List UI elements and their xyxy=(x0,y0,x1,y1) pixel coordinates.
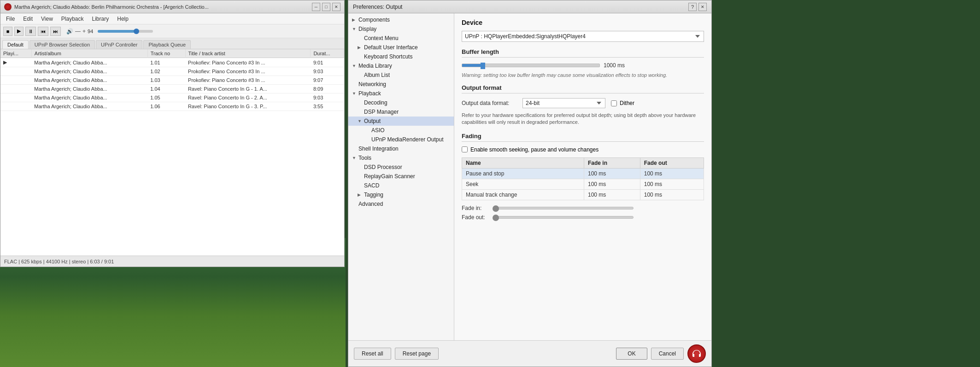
tree-item-tools[interactable]: ▼ Tools xyxy=(348,153,454,163)
row-title: Prokofiev: Piano Concerto #3 In ... xyxy=(185,58,311,67)
fading-check-row: Enable smooth seeking, pause and volume … xyxy=(462,146,704,153)
menu-playback[interactable]: Playback xyxy=(58,15,88,23)
prefs-title: Preferences: Output xyxy=(353,4,402,10)
pause-button[interactable]: ⏸ xyxy=(25,27,36,36)
buffer-slider[interactable] xyxy=(462,64,600,67)
fading-row[interactable]: Manual track change 100 ms 100 ms xyxy=(462,189,704,200)
dither-checkbox[interactable] xyxy=(611,100,617,106)
row-title: Ravel: Piano Concerto In G - 3. P... xyxy=(185,102,311,111)
fade-in-row: Fade in: xyxy=(462,205,704,211)
fading-row-name: Manual track change xyxy=(462,189,584,200)
playing-indicator: ▶ xyxy=(0,58,31,67)
tree-panel: ▶ Components ▼ Display Context Menu ▶ De… xyxy=(348,13,454,340)
prefs-close-button[interactable]: ✕ xyxy=(698,3,707,11)
cancel-button[interactable]: Cancel xyxy=(651,348,684,360)
fade-out-slider[interactable] xyxy=(495,216,634,219)
headphone-logo xyxy=(687,344,706,363)
fading-row-fadein: 100 ms xyxy=(584,179,640,189)
playing-indicator xyxy=(0,76,31,85)
tree-item-label: Tagging xyxy=(364,192,383,198)
prev-button[interactable]: ⏮ xyxy=(38,27,48,36)
fading-row[interactable]: Pause and stop 100 ms 100 ms xyxy=(462,168,704,179)
menu-view[interactable]: View xyxy=(37,15,57,23)
tab-playback-queue[interactable]: Playback Queue xyxy=(143,40,191,49)
tree-item-sacd[interactable]: SACD xyxy=(348,181,454,190)
tree-item-display[interactable]: ▼ Display xyxy=(348,24,454,34)
reset-all-button[interactable]: Reset all xyxy=(354,348,391,360)
fade-in-label: Fade in: xyxy=(462,205,492,211)
tree-item-album-list[interactable]: Album List xyxy=(348,70,454,80)
tree-item-output[interactable]: ▼ Output xyxy=(348,117,454,126)
buffer-container: 1000 ms Warning: setting too low buffer … xyxy=(462,62,704,78)
table-row[interactable]: Martha Argerich; Claudio Abba... 1.06 Ra… xyxy=(0,102,344,111)
menu-edit[interactable]: Edit xyxy=(19,15,36,23)
tree-expand-icon: ▶ xyxy=(358,192,362,197)
reset-page-button[interactable]: Reset page xyxy=(395,348,439,360)
tree-item-components[interactable]: ▶ Components xyxy=(348,15,454,24)
tree-item-tagging[interactable]: ▶ Tagging xyxy=(348,190,454,199)
stop-button[interactable]: ■ xyxy=(3,27,12,36)
close-button[interactable]: ✕ xyxy=(332,3,340,11)
tree-item-keyboard-shortcuts[interactable]: Keyboard Shortcuts xyxy=(348,52,454,61)
tree-item-shell-integration[interactable]: Shell Integration xyxy=(348,144,454,153)
tree-item-label: Output xyxy=(364,118,381,124)
buffer-slider-row: 1000 ms xyxy=(462,62,704,69)
seek-bar[interactable] xyxy=(98,30,153,33)
tab-upnp-browser[interactable]: UPnP Browser Selection xyxy=(29,40,95,49)
tree-item-networking[interactable]: Networking xyxy=(348,80,454,89)
tabs-bar: Default UPnP Browser Selection UPnP Cont… xyxy=(0,38,344,49)
tree-item-asio[interactable]: ASIO xyxy=(348,126,454,135)
prefs-body: ▶ Components ▼ Display Context Menu ▶ De… xyxy=(348,13,711,340)
play-button[interactable]: ▶ xyxy=(14,27,23,36)
maximize-button[interactable]: □ xyxy=(322,3,330,11)
format-select[interactable]: 16-bit24-bit32-bit xyxy=(522,98,605,108)
dither-row: Dither xyxy=(611,100,634,106)
fade-in-slider[interactable] xyxy=(495,207,634,210)
fading-row-fadeout: 100 ms xyxy=(640,168,704,179)
tree-item-dsp-manager[interactable]: DSP Manager xyxy=(348,107,454,117)
table-row[interactable]: Martha Argerich; Claudio Abba... 1.02 Pr… xyxy=(0,67,344,76)
format-help: Refer to your hardware specifications fo… xyxy=(462,112,704,126)
prefs-help-button[interactable]: ? xyxy=(688,3,697,11)
seek-thumb xyxy=(134,29,139,34)
player-window: Martha Argerich; Claudio Abbado: Berlin … xyxy=(0,0,345,267)
tree-item-default-user-interface[interactable]: ▶ Default User Interface xyxy=(348,43,454,52)
tree-item-label: ASIO xyxy=(371,127,385,134)
tree-item-advanced[interactable]: Advanced xyxy=(348,199,454,209)
tree-item-label: Context Menu xyxy=(364,35,399,41)
tree-item-context-menu[interactable]: Context Menu xyxy=(348,34,454,43)
row-artist: Martha Argerich; Claudio Abba... xyxy=(31,102,147,111)
fading-table: Name Fade in Fade out Pause and stop 100… xyxy=(462,157,704,200)
tree-item-label: Shell Integration xyxy=(358,146,399,152)
tree-item-decoding[interactable]: Decoding xyxy=(348,98,454,107)
table-row[interactable]: ▶ Martha Argerich; Claudio Abba... 1.01 … xyxy=(0,58,344,67)
tree-item-replaygain-scanner[interactable]: ReplayGain Scanner xyxy=(348,172,454,181)
tree-item-media-library[interactable]: ▼ Media Library xyxy=(348,61,454,70)
fade-out-thumb xyxy=(493,215,499,221)
menu-library[interactable]: Library xyxy=(88,15,113,23)
table-row[interactable]: Martha Argerich; Claudio Abba... 1.04 Ra… xyxy=(0,85,344,93)
table-row[interactable]: Martha Argerich; Claudio Abba... 1.03 Pr… xyxy=(0,76,344,85)
device-select[interactable]: UPnP : HQPlayerEmbedded:SignalystHQPlaye… xyxy=(462,31,704,42)
fading-checkbox[interactable] xyxy=(462,146,468,152)
tab-default[interactable]: Default xyxy=(2,40,29,49)
fade-out-row: Fade out: xyxy=(462,214,704,221)
fading-row[interactable]: Seek 100 ms 100 ms xyxy=(462,179,704,189)
table-row[interactable]: Martha Argerich; Claudio Abba... 1.05 Ra… xyxy=(0,93,344,102)
minimize-button[interactable]: ─ xyxy=(312,3,320,11)
fading-row-name: Seek xyxy=(462,179,584,189)
tree-item-playback[interactable]: ▼ Playback xyxy=(348,89,454,98)
row-artist: Martha Argerich; Claudio Abba... xyxy=(31,93,147,102)
ok-button[interactable]: OK xyxy=(616,348,647,360)
tree-item-dsd-processor[interactable]: DSD Processor xyxy=(348,163,454,172)
tab-upnp-controller[interactable]: UPnP Controller xyxy=(96,40,142,49)
row-trackno: 1.01 xyxy=(147,58,185,67)
vol-dash: — xyxy=(75,28,81,35)
vol-plus: + xyxy=(82,28,86,35)
next-button[interactable]: ⏭ xyxy=(50,27,61,36)
menu-help[interactable]: Help xyxy=(113,15,132,23)
menu-file[interactable]: File xyxy=(2,15,18,23)
tree-expand-icon: ▼ xyxy=(352,91,357,96)
row-title: Ravel: Piano Concerto In G - 2. A... xyxy=(185,93,311,102)
tree-item-upnp-mediarenderer-output[interactable]: UPnP MediaRenderer Output xyxy=(348,135,454,144)
